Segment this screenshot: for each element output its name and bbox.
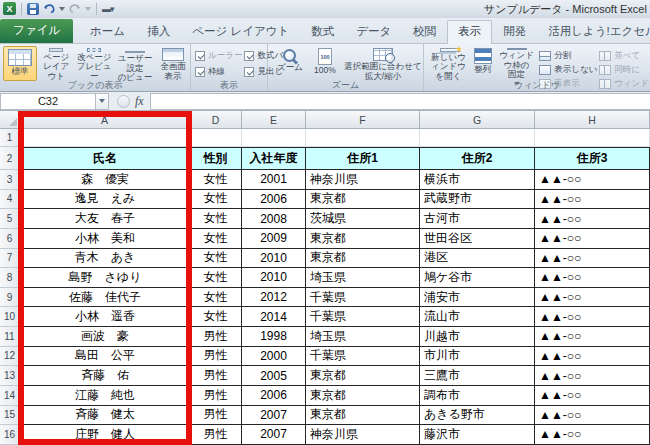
- table-cell[interactable]: 森 優実: [20, 170, 190, 190]
- table-cell[interactable]: 男性: [190, 425, 242, 445]
- table-cell[interactable]: 神奈川県: [306, 425, 420, 445]
- table-cell[interactable]: 埼玉県: [306, 327, 420, 347]
- table-cell[interactable]: 女性: [190, 288, 242, 308]
- table-cell[interactable]: 鳩ケ谷市: [420, 268, 535, 288]
- formula-bar-collapse-button[interactable]: [117, 95, 130, 108]
- row-header-8[interactable]: 8: [0, 268, 20, 288]
- table-cell[interactable]: 2010: [242, 268, 306, 288]
- table-cell[interactable]: 1998: [242, 327, 306, 347]
- freeze-panes-button[interactable]: ウィンドウ枠の 固定: [496, 46, 537, 81]
- tab-home[interactable]: ホーム: [79, 20, 136, 43]
- column-header-D[interactable]: D: [190, 111, 242, 129]
- row-header-16[interactable]: 16: [0, 425, 20, 445]
- tab-insert[interactable]: 挿入: [136, 20, 181, 43]
- table-cell[interactable]: 2005: [242, 366, 306, 386]
- row-header-2[interactable]: 2: [0, 147, 20, 170]
- arrange-all-button[interactable]: 整列: [472, 46, 494, 81]
- tab-developer[interactable]: 開発: [492, 20, 537, 43]
- row-header-14[interactable]: 14: [0, 386, 20, 406]
- table-cell[interactable]: あきる野市: [420, 406, 535, 426]
- tab-formulas[interactable]: 数式: [300, 20, 345, 43]
- row-header-1[interactable]: 1: [0, 129, 20, 147]
- customize-qat-icon[interactable]: ▬▾: [102, 4, 114, 14]
- normal-view-button[interactable]: 標準: [3, 46, 37, 81]
- column-header-A[interactable]: A: [20, 111, 190, 129]
- table-cell[interactable]: 佐藤 佳代子: [20, 288, 190, 308]
- table-cell[interactable]: 埼玉県: [306, 268, 420, 288]
- table-cell[interactable]: 江藤 純也: [20, 386, 190, 406]
- table-cell[interactable]: 横浜市: [420, 170, 535, 190]
- table-cell[interactable]: 2014: [242, 307, 306, 327]
- table-cell[interactable]: 千葉県: [306, 307, 420, 327]
- table-cell[interactable]: 斉藤 佑: [20, 366, 190, 386]
- table-cell[interactable]: 男性: [190, 406, 242, 426]
- row-header-12[interactable]: 12: [0, 347, 20, 367]
- table-cell[interactable]: 女性: [190, 209, 242, 229]
- table-cell[interactable]: 2001: [242, 170, 306, 190]
- cell-empty[interactable]: [535, 129, 650, 147]
- cell-empty[interactable]: [306, 129, 420, 147]
- select-all-corner[interactable]: [0, 111, 20, 129]
- row-header-4[interactable]: 4: [0, 190, 20, 210]
- table-cell[interactable]: 調布市: [420, 386, 535, 406]
- table-cell[interactable]: 逸見 えみ: [20, 190, 190, 210]
- table-cell[interactable]: 川越市: [420, 327, 535, 347]
- table-cell[interactable]: 港区: [420, 249, 535, 269]
- table-cell[interactable]: 庄野 健人: [20, 425, 190, 445]
- table-cell[interactable]: 斉藤 健太: [20, 406, 190, 426]
- table-cell[interactable]: ▲▲-○○: [535, 327, 650, 347]
- table-cell[interactable]: 2007: [242, 406, 306, 426]
- table-cell[interactable]: ▲▲-○○: [535, 425, 650, 445]
- table-cell[interactable]: 東京都: [306, 366, 420, 386]
- table-cell[interactable]: 古河市: [420, 209, 535, 229]
- table-cell[interactable]: 2012: [242, 288, 306, 308]
- table-cell[interactable]: 武蔵野市: [420, 190, 535, 210]
- table-cell[interactable]: ▲▲-○○: [535, 190, 650, 210]
- table-header-cell[interactable]: 住所2: [420, 147, 535, 170]
- table-cell[interactable]: 東京都: [306, 229, 420, 249]
- zoom-100-button[interactable]: 100 100%: [310, 46, 340, 81]
- column-header-F[interactable]: F: [306, 111, 420, 129]
- table-cell[interactable]: 画波 豪: [20, 327, 190, 347]
- table-cell[interactable]: 女性: [190, 229, 242, 249]
- table-cell[interactable]: 東京都: [306, 386, 420, 406]
- column-header-G[interactable]: G: [420, 111, 535, 129]
- tab-file[interactable]: ファイル: [0, 19, 73, 43]
- split-button[interactable]: 分割: [539, 49, 597, 62]
- full-screen-button[interactable]: 全画面 表示: [157, 46, 189, 81]
- table-cell[interactable]: 2006: [242, 190, 306, 210]
- table-cell[interactable]: 千葉県: [306, 347, 420, 367]
- column-header-H[interactable]: H: [535, 111, 650, 129]
- table-cell[interactable]: ▲▲-○○: [535, 229, 650, 249]
- table-cell[interactable]: 女性: [190, 190, 242, 210]
- table-cell[interactable]: 2007: [242, 425, 306, 445]
- row-header-5[interactable]: 5: [0, 209, 20, 229]
- table-cell[interactable]: 浦安市: [420, 288, 535, 308]
- table-cell[interactable]: 藤沢市: [420, 425, 535, 445]
- row-header-6[interactable]: 6: [0, 229, 20, 249]
- save-icon[interactable]: [27, 3, 39, 15]
- table-cell[interactable]: 流山市: [420, 307, 535, 327]
- table-cell[interactable]: 島田 公平: [20, 347, 190, 367]
- row-header-10[interactable]: 10: [0, 307, 20, 327]
- table-cell[interactable]: 市川市: [420, 347, 535, 367]
- table-cell[interactable]: 女性: [190, 249, 242, 269]
- new-window-button[interactable]: 新しいウィンドウ を開く: [427, 46, 470, 81]
- name-box-dropdown[interactable]: [96, 93, 109, 110]
- table-header-cell[interactable]: 性別: [190, 147, 242, 170]
- table-cell[interactable]: ▲▲-○○: [535, 366, 650, 386]
- undo-dropdown-icon[interactable]: [59, 7, 65, 11]
- table-cell[interactable]: ▲▲-○○: [535, 170, 650, 190]
- tab-view[interactable]: 表示: [447, 20, 492, 44]
- row-header-13[interactable]: 13: [0, 366, 20, 386]
- table-cell[interactable]: 女性: [190, 307, 242, 327]
- cell-empty[interactable]: [242, 129, 306, 147]
- cell-empty[interactable]: [190, 129, 242, 147]
- tab-data[interactable]: データ: [345, 20, 402, 43]
- table-cell[interactable]: 女性: [190, 170, 242, 190]
- name-box[interactable]: C32: [0, 93, 96, 110]
- table-cell[interactable]: 男性: [190, 327, 242, 347]
- row-header-11[interactable]: 11: [0, 327, 20, 347]
- tab-review[interactable]: 校閲: [402, 20, 447, 43]
- table-cell[interactable]: ▲▲-○○: [535, 249, 650, 269]
